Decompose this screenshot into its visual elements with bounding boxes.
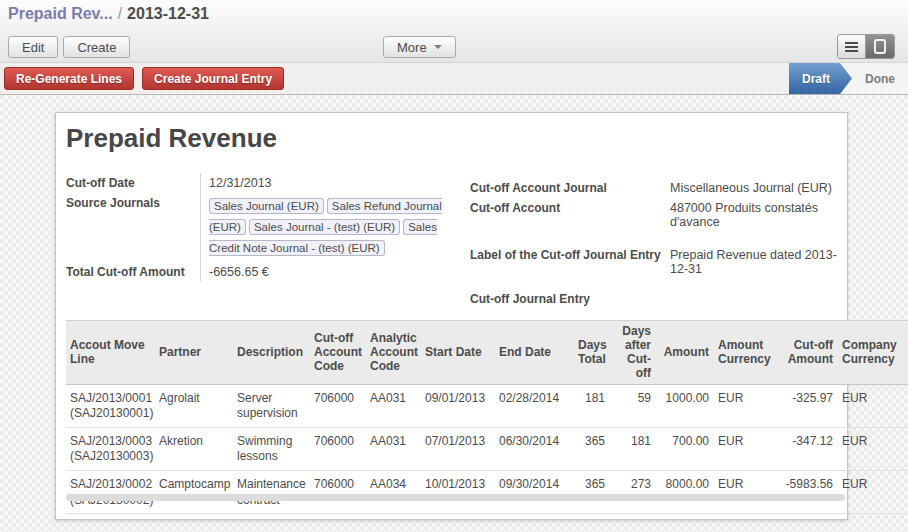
horizontal-scrollbar[interactable]: [66, 494, 845, 501]
chevron-down-icon: [434, 45, 442, 49]
table-cell: EUR: [714, 471, 780, 514]
table-cell: 09/30/2014: [495, 471, 574, 514]
column-header: Days Total: [574, 321, 610, 385]
field-source-journals: Source Journals Sales Journal (EUR)Sales…: [66, 193, 448, 262]
table-cell: SAJ/2013/0003 (SAJ20130003): [66, 427, 155, 470]
source-journals-tags: Sales Journal (EUR)Sales Refund Journal …: [200, 193, 448, 262]
table-cell: SAJ/2013/0001 (SAJ20130001): [66, 384, 155, 427]
form-view-button[interactable]: [865, 35, 894, 58]
table-cell: 10/01/2013: [421, 471, 495, 514]
page-title: Prepaid Revenue: [66, 123, 277, 154]
journal-tag: Sales Journal - (test) (EUR): [249, 219, 400, 235]
action-buttons: Re-Generate LinesCreate Journal Entry: [4, 67, 284, 90]
list-view-icon: [845, 42, 858, 44]
cutoff-journal-entry-value: [670, 289, 842, 309]
table-cell: 273: [610, 471, 656, 514]
column-header: Amount: [656, 321, 714, 385]
table-cell: Swimming lessons: [233, 427, 310, 470]
table-cell: EUR: [838, 471, 908, 514]
table-cell: 59: [610, 384, 656, 427]
statusbar: DraftDone: [789, 63, 908, 94]
column-header: Accout Move Line: [66, 321, 155, 385]
cutoff-date-value: 12/31/2013: [200, 173, 448, 193]
table-row[interactable]: SAJ/2013/0002 (SAJ20130002)CamptocampMai…: [66, 471, 908, 514]
field-label: Total Cut-off Amount: [66, 262, 200, 282]
table-cell: Maintenance contract: [233, 471, 310, 514]
field-label: Label of the Cut-off Journal Entry: [470, 245, 670, 279]
table-cell: EUR: [838, 427, 908, 470]
table-cell: Camptocamp: [155, 471, 233, 514]
list-view-button[interactable]: [838, 35, 865, 58]
table-cell: Akretion: [155, 427, 233, 470]
journal-tag: Sales Journal (EUR): [209, 198, 324, 214]
more-label: More: [397, 40, 427, 55]
right-field-group: Cut-off Account Journal Miscellaneous Jo…: [470, 178, 848, 309]
create-journal-entry-button[interactable]: Create Journal Entry: [142, 67, 284, 90]
top-bar: Prepaid Rev.../2013-12-31 Edit Create Mo…: [0, 0, 908, 62]
table-cell: -325.97: [780, 384, 838, 427]
lines-table: Accout Move LinePartnerDescriptionCut-of…: [66, 320, 908, 514]
field-total-cutoff-amount: Total Cut-off Amount -6656.65 €: [66, 262, 448, 282]
field-label: Cut-off Date: [66, 173, 200, 193]
column-header: Days after Cut-off: [610, 321, 656, 385]
table-cell: 09/01/2013: [421, 384, 495, 427]
table-row[interactable]: SAJ/2013/0001 (SAJ20130001)AgrolaitServe…: [66, 384, 908, 427]
action-bar: Re-Generate LinesCreate Journal Entry Dr…: [0, 62, 908, 95]
field-cutoff-journal-entry: Cut-off Journal Entry: [470, 289, 848, 309]
table-cell: AA031: [366, 427, 421, 470]
column-header: Start Date: [421, 321, 495, 385]
field-label: Cut-off Account: [470, 198, 670, 232]
column-header: Cut-off Account Code: [310, 321, 366, 385]
table-cell: 706000: [310, 384, 366, 427]
column-header: Partner: [155, 321, 233, 385]
table-cell: 07/01/2013: [421, 427, 495, 470]
table-cell: Server supervision: [233, 384, 310, 427]
breadcrumb-current: 2013-12-31: [127, 5, 209, 22]
table-cell: Agrolait: [155, 384, 233, 427]
table-cell: 02/28/2014: [495, 384, 574, 427]
more-dropdown-button[interactable]: More: [383, 36, 456, 58]
column-header: End Date: [495, 321, 574, 385]
left-field-group: Cut-off Date 12/31/2013 Source Journals …: [66, 173, 448, 282]
table-cell: -5983.56: [780, 471, 838, 514]
table-cell: 700.00: [656, 427, 714, 470]
table-cell: 06/30/2014: [495, 427, 574, 470]
column-header: Cut-off Amount: [780, 321, 838, 385]
table-header-row: Accout Move LinePartnerDescriptionCut-of…: [66, 321, 908, 385]
status-step-draft: Draft: [789, 63, 852, 94]
field-label: Cut-off Journal Entry: [470, 289, 670, 309]
column-header: Analytic Account Code: [366, 321, 421, 385]
total-cutoff-amount-value: -6656.65 €: [200, 262, 448, 282]
table-cell: 1000.00: [656, 384, 714, 427]
cutoff-account-journal-link[interactable]: Miscellaneous Journal (EUR): [670, 178, 842, 198]
field-label: Cut-off Account Journal: [470, 178, 670, 198]
edit-button[interactable]: Edit: [8, 36, 58, 58]
more-menu-wrap: More: [383, 36, 456, 58]
status-step-done: Done: [852, 63, 908, 94]
table-cell: 181: [574, 384, 610, 427]
breadcrumb: Prepaid Rev.../2013-12-31: [8, 5, 209, 23]
re-generate-lines-button[interactable]: Re-Generate Lines: [4, 67, 134, 90]
table-cell: 181: [610, 427, 656, 470]
content-area: Prepaid Revenue Cut-off Date 12/31/2013 …: [0, 95, 908, 532]
table-cell: AA031: [366, 384, 421, 427]
create-button[interactable]: Create: [63, 36, 130, 58]
field-cutoff-date: Cut-off Date 12/31/2013: [66, 173, 448, 193]
table-row[interactable]: SAJ/2013/0003 (SAJ20130003)AkretionSwimm…: [66, 427, 908, 470]
column-header: Company Currency: [838, 321, 908, 385]
table-cell: -347.12: [780, 427, 838, 470]
table-cell: EUR: [714, 384, 780, 427]
breadcrumb-parent-link[interactable]: Prepaid Rev...: [8, 5, 113, 22]
breadcrumb-separator: /: [113, 5, 127, 22]
journal-entry-label-value: Prepaid Revenue dated 2013-12-31: [670, 245, 842, 279]
edit-create-group: Edit Create: [8, 36, 130, 58]
view-switcher: [837, 34, 895, 59]
cutoff-account-link[interactable]: 487000 Produits constatés d'avance: [670, 198, 842, 232]
table-cell: SAJ/2013/0002 (SAJ20130002): [66, 471, 155, 514]
table-cell: 365: [574, 471, 610, 514]
column-header: Amount Currency: [714, 321, 780, 385]
field-cutoff-account: Cut-off Account 487000 Produits constaté…: [470, 198, 848, 232]
table-cell: EUR: [714, 427, 780, 470]
column-header: Description: [233, 321, 310, 385]
field-journal-entry-label: Label of the Cut-off Journal Entry Prepa…: [470, 245, 848, 279]
